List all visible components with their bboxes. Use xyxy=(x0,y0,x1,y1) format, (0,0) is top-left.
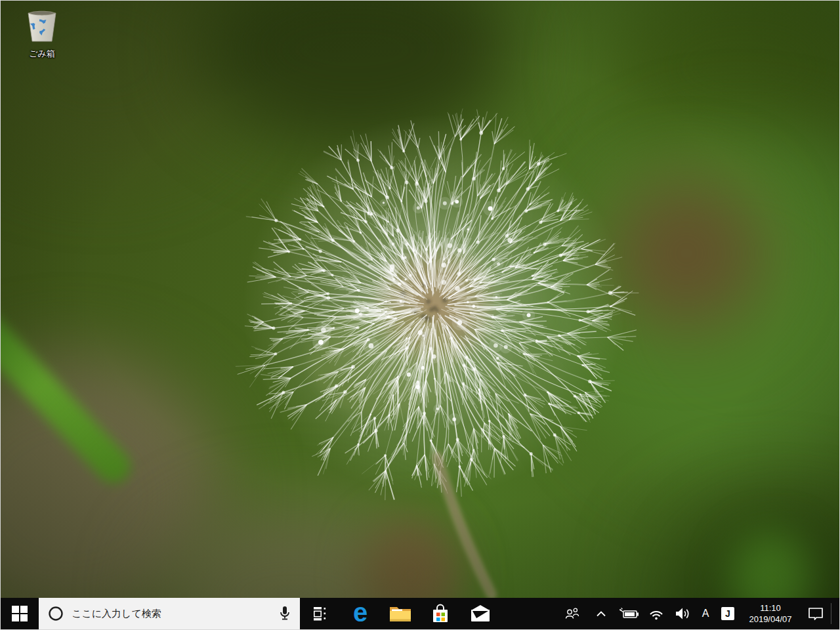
task-view-icon xyxy=(312,605,329,622)
dandelion-photo xyxy=(227,98,634,597)
battery-charging-icon xyxy=(619,606,640,621)
people-icon xyxy=(564,606,581,621)
clock-button[interactable]: 11:10 2019/04/07 xyxy=(740,598,801,629)
svg-text:e: e xyxy=(352,600,367,627)
system-tray: A J 11:10 2019/04/07 xyxy=(558,598,839,629)
edge-button[interactable]: e xyxy=(340,598,380,629)
wifi-icon xyxy=(647,606,665,621)
file-explorer-icon xyxy=(388,604,412,623)
battery-button[interactable] xyxy=(616,598,643,629)
network-button[interactable] xyxy=(643,598,669,629)
search-circle-icon xyxy=(48,606,64,621)
store-icon xyxy=(430,603,450,625)
chevron-up-icon xyxy=(593,606,609,621)
store-button[interactable] xyxy=(420,598,460,629)
clock-time: 11:10 xyxy=(760,602,781,614)
start-button[interactable] xyxy=(1,598,39,629)
mail-button[interactable] xyxy=(460,598,500,629)
people-button[interactable] xyxy=(558,598,587,629)
volume-icon xyxy=(674,606,691,621)
windows-desktop: ごみ箱 ここに入力して検索 xyxy=(0,0,840,630)
task-view-button[interactable] xyxy=(300,598,340,629)
recycle-bin-icon xyxy=(24,6,60,45)
action-center-button[interactable] xyxy=(801,598,831,629)
ime-badge-icon: J xyxy=(721,607,734,620)
ime-mode-letter: A xyxy=(702,608,709,620)
file-explorer-button[interactable] xyxy=(380,598,420,629)
volume-button[interactable] xyxy=(669,598,696,629)
edge-icon: e xyxy=(347,600,373,627)
search-placeholder: ここに入力して検索 xyxy=(72,608,161,620)
ime-mode-button[interactable]: A xyxy=(696,598,715,629)
taskbar: ここに入力して検索 e xyxy=(1,598,839,629)
recycle-bin-label: ごみ箱 xyxy=(18,49,66,58)
action-center-icon xyxy=(807,606,824,621)
recycle-bin[interactable]: ごみ箱 xyxy=(18,6,66,58)
microphone-icon[interactable] xyxy=(278,605,291,622)
mail-icon xyxy=(469,604,492,623)
ime-badge-button[interactable]: J xyxy=(715,598,740,629)
windows-logo-icon xyxy=(12,606,28,621)
desktop-wallpaper xyxy=(1,1,839,629)
clock-date: 2019/04/07 xyxy=(749,614,791,625)
hidden-icons-button[interactable] xyxy=(587,598,616,629)
search-input[interactable]: ここに入力して検索 xyxy=(39,598,300,629)
show-desktop-button[interactable] xyxy=(831,598,839,629)
